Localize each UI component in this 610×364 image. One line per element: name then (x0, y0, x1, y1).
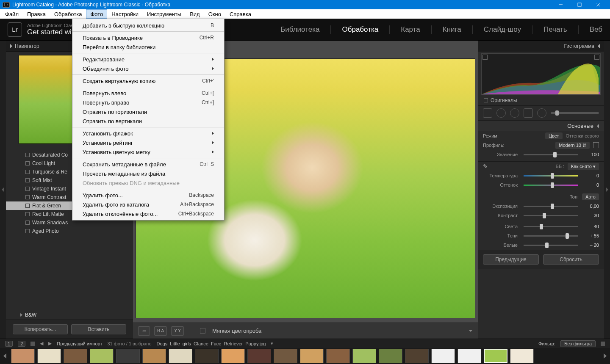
menu-инструменты[interactable]: Инструменты (143, 9, 186, 19)
preset-group-bw[interactable]: B&W (6, 310, 133, 320)
menu-item[interactable]: Установить рейтинг (72, 138, 224, 147)
menu-item[interactable]: Удалить отклонённые фото...Ctrl+Backspac… (72, 209, 224, 218)
auto-tone-button[interactable]: Авто (582, 193, 599, 200)
thumbnail[interactable] (510, 349, 534, 363)
module-5[interactable]: Печать (543, 24, 567, 36)
menu-item[interactable]: Редактирование (72, 55, 224, 64)
minimize-button[interactable] (552, 0, 570, 9)
thumbnail[interactable] (405, 349, 429, 363)
thumbnail[interactable] (326, 349, 350, 363)
thumbnail[interactable] (195, 349, 219, 363)
menu-item[interactable]: Отразить по горизонтали (72, 107, 224, 116)
thumbnail[interactable] (64, 349, 87, 363)
module-3[interactable]: Книга (443, 24, 461, 36)
filter-lock-icon[interactable] (601, 342, 605, 346)
treatment-color[interactable]: Цвет (545, 132, 563, 139)
scroll-right-icon[interactable] (604, 353, 607, 358)
grid-icon[interactable] (30, 342, 35, 346)
menu-вид[interactable]: Вид (186, 9, 204, 19)
toolbar-options-dropdown[interactable] (469, 330, 473, 332)
thumbnail[interactable] (484, 349, 507, 363)
exposure-slider[interactable] (524, 206, 578, 207)
thumbnail[interactable] (169, 349, 192, 363)
menu-item[interactable]: Создать виртуальную копиюCtrl+' (72, 76, 224, 85)
source-label[interactable]: Предыдущий импорт (57, 341, 102, 346)
menu-item[interactable]: Перейти в папку библиотеки (72, 42, 224, 52)
thumbnail[interactable] (247, 349, 271, 363)
profile-browser-icon[interactable] (593, 142, 599, 148)
menu-item[interactable]: Удалить фото из каталогаAlt+Backspace (72, 200, 224, 209)
menu-фото[interactable]: Фото (86, 9, 107, 19)
spot-tool[interactable] (496, 108, 506, 118)
highlights-slider[interactable] (524, 226, 578, 227)
grad-tool[interactable] (524, 108, 533, 118)
preset-item[interactable]: Aged Photo (6, 227, 133, 235)
thumbnail[interactable] (274, 349, 297, 363)
radial-tool[interactable] (537, 108, 546, 118)
left-panel-collapse[interactable] (0, 41, 6, 339)
menu-правка[interactable]: Правка (23, 9, 50, 19)
menu-item[interactable]: Прочесть метаданные из файла (72, 169, 224, 178)
highlight-clip-icon[interactable] (594, 55, 599, 60)
previous-button[interactable]: Предыдущие (483, 254, 539, 265)
whites-slider[interactable] (524, 245, 578, 246)
menu-item[interactable]: Повернуть вправоCtrl+] (72, 98, 224, 107)
menu-item[interactable]: Удалить фото...Backspace (72, 190, 224, 200)
originals-row[interactable]: Оригиналы (478, 95, 604, 106)
eyedropper-icon[interactable]: ✎ (483, 163, 488, 170)
scroll-left-icon[interactable] (3, 353, 6, 358)
menu-item[interactable]: Показать в ПроводникеCtrl+R (72, 33, 224, 42)
menu-item[interactable]: Сохранить метаданные в файлеCtrl+S (72, 160, 224, 169)
menu-окно[interactable]: Окно (204, 9, 225, 19)
thumbnail[interactable] (379, 349, 402, 363)
thumbnail[interactable] (300, 349, 324, 363)
close-button[interactable] (589, 0, 607, 9)
softproof-checkbox[interactable] (200, 328, 205, 334)
tool-slider[interactable] (551, 112, 599, 114)
crop-tool[interactable] (483, 108, 492, 118)
shadow-clip-icon[interactable] (482, 55, 488, 60)
menu-item[interactable]: Добавить в быструю коллекциюB (72, 21, 224, 30)
screen-1[interactable]: 1 (5, 341, 13, 347)
amount-slider[interactable] (524, 154, 578, 155)
menu-файл[interactable]: Файл (1, 9, 23, 19)
before-after-ra-button[interactable]: R A (154, 326, 167, 336)
module-6[interactable]: Веб (590, 24, 602, 36)
before-after-yy-button[interactable]: Y Y (171, 326, 184, 336)
thumbnail[interactable] (221, 349, 245, 363)
thumbnail[interactable] (116, 349, 140, 363)
thumbnail[interactable] (431, 349, 455, 363)
contrast-slider[interactable] (524, 215, 578, 216)
menu-item[interactable]: Установить флажок (72, 129, 224, 138)
module-4[interactable]: Слайд-шоу (484, 24, 521, 36)
loupe-view-button[interactable]: ▭ (138, 326, 150, 336)
tint-slider[interactable] (524, 185, 578, 186)
thumbnail[interactable] (90, 349, 114, 363)
menu-обработка[interactable]: Обработка (50, 9, 86, 19)
menu-справка[interactable]: Справка (225, 9, 255, 19)
temp-slider[interactable] (524, 175, 578, 176)
thumbnail[interactable] (11, 349, 35, 363)
histogram[interactable] (481, 53, 601, 95)
redeye-tool[interactable] (510, 108, 519, 118)
maximize-button[interactable] (570, 0, 589, 9)
thumbnail[interactable] (37, 349, 61, 363)
basic-header[interactable]: Основные (478, 120, 604, 131)
menu-item[interactable]: Повернуть влевоCtrl+[ (72, 88, 224, 98)
paste-button[interactable]: Вставить (71, 324, 126, 334)
profile-picker[interactable]: Modern 10 ⇵ (555, 142, 590, 149)
right-panel-collapse[interactable] (604, 41, 610, 339)
reset-button[interactable]: Сбросить (543, 254, 599, 265)
menu-item[interactable]: Отразить по вертикали (72, 116, 224, 126)
copy-button[interactable]: Копировать... (13, 324, 68, 334)
treatment-gray[interactable]: Оттенки серого (566, 133, 599, 138)
nav-next-icon[interactable]: ▶ (48, 341, 52, 346)
module-1[interactable]: Обработка (342, 24, 378, 36)
nav-prev-icon[interactable]: ◀ (40, 341, 43, 346)
thumbnail[interactable] (352, 349, 376, 363)
filter-dropdown[interactable]: Без фильтра (560, 340, 596, 347)
thumbnail[interactable] (458, 349, 481, 363)
menu-настройки[interactable]: Настройки (107, 9, 143, 19)
menu-item[interactable]: Объединить фото (72, 64, 224, 73)
module-2[interactable]: Карта (401, 24, 420, 36)
